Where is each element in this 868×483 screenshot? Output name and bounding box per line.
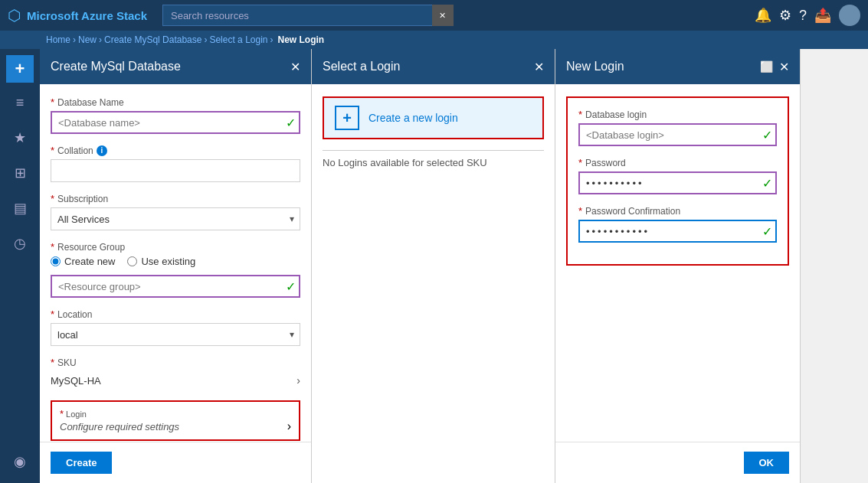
collation-group: * Collation i utf8_general_ci (51, 145, 300, 182)
panel1-header: Create MySql Database ✕ (40, 49, 311, 84)
collation-input[interactable]: utf8_general_ci (51, 159, 300, 182)
db-login-input[interactable] (578, 123, 777, 146)
sidebar-add-btn[interactable]: + (6, 55, 34, 83)
panel1-footer: Create (40, 442, 311, 483)
sidebar: + ≡ ★ ⊞ ▤ ◷ ◉ (0, 49, 40, 483)
sku-label: * SKU (51, 357, 300, 368)
create-mysql-panel: Create MySql Database ✕ * Database Name … (40, 49, 312, 483)
database-name-check-icon: ✓ (286, 116, 296, 130)
subscription-select-wrap: All Services ▾ (51, 207, 300, 230)
database-name-input-wrap: ✓ (51, 111, 300, 134)
create-new-login-text: Create a new login (368, 112, 458, 124)
sidebar-user-btn[interactable]: ◉ (5, 446, 35, 477)
create-new-login-option[interactable]: + Create a new login (323, 96, 544, 139)
database-name-input[interactable] (51, 111, 300, 134)
no-logins-text: No Logins available for selected SKU (323, 157, 544, 168)
rg-use-existing-label[interactable]: Use existing (127, 256, 195, 267)
panel2-title: Select a Login (323, 60, 400, 73)
create-btn[interactable]: Create (51, 452, 112, 474)
db-login-input-wrap: ✓ (578, 123, 777, 146)
panel3-expand-btn[interactable]: ⬜ (760, 60, 773, 73)
azure-logo-icon: ⬡ (8, 6, 21, 24)
login-nav-row[interactable]: Configure required settings › (60, 419, 291, 433)
main-area: + ≡ ★ ⊞ ▤ ◷ ◉ Create MySql Database ✕ * … (0, 49, 868, 483)
collation-info-icon[interactable]: i (97, 145, 107, 156)
collation-label: * Collation i (51, 145, 300, 156)
feedback-btn[interactable]: 📤 (814, 7, 831, 24)
search-bar: 🔍 ✕ (162, 5, 454, 26)
rg-use-existing-radio[interactable] (127, 256, 137, 266)
panel2-header: Select a Login ✕ (312, 49, 555, 84)
panel3-title: New Login (566, 60, 624, 73)
new-login-form-section: * Database login ✓ * Password (566, 96, 789, 266)
password-check-icon: ✓ (762, 176, 772, 191)
location-label: * Location (51, 308, 300, 320)
settings-btn[interactable]: ⚙ (779, 7, 791, 24)
rg-check-icon: ✓ (286, 279, 296, 294)
panels: Create MySql Database ✕ * Database Name … (40, 49, 868, 483)
sidebar-favorites-btn[interactable]: ★ (5, 122, 35, 153)
topbar-icons: 🔔 ⚙ ? 📤 (755, 5, 860, 26)
sku-chevron-icon: › (296, 374, 300, 387)
search-clear-btn[interactable]: ✕ (432, 5, 454, 26)
resource-group-group: * Resource Group Create new Use existing (51, 241, 300, 298)
breadcrumb-home[interactable]: Home (46, 34, 70, 45)
rg-create-new-label[interactable]: Create new (51, 256, 115, 267)
ok-btn[interactable]: OK (744, 452, 790, 474)
login-divider (323, 150, 544, 151)
select-login-panel: Select a Login ✕ + Create a new login No… (312, 49, 555, 483)
panel3-header: New Login ⬜ ✕ (555, 49, 800, 84)
password-confirm-label: * Password Confirmation (578, 205, 777, 217)
location-select-wrap: local ▾ (51, 323, 300, 346)
password-confirm-check-icon: ✓ (762, 224, 772, 239)
sku-nav-row[interactable]: MySQL-HA › (51, 371, 300, 390)
topbar: ⬡ Microsoft Azure Stack 🔍 ✕ 🔔 ⚙ ? 📤 (0, 0, 868, 31)
search-input[interactable] (162, 5, 454, 26)
breadcrumb: Home › New › Create MySql Database › Sel… (0, 31, 868, 49)
breadcrumb-new[interactable]: New (78, 34, 97, 45)
avatar[interactable] (839, 5, 860, 26)
help-btn[interactable]: ? (799, 8, 807, 24)
resource-group-radio-group: Create new Use existing (51, 256, 300, 267)
breadcrumb-create-mysql[interactable]: Create MySql Database (104, 34, 201, 45)
panel2-body: + Create a new login No Logins available… (312, 84, 555, 483)
notifications-btn[interactable]: 🔔 (755, 7, 771, 24)
sidebar-resources-btn[interactable]: ▤ (5, 193, 35, 224)
login-chevron-icon: › (287, 419, 291, 433)
password-confirm-input[interactable] (578, 220, 777, 243)
collation-input-wrap: utf8_general_ci (51, 159, 300, 182)
password-label: * Password (578, 157, 777, 168)
subscription-group: * Subscription All Services ▾ (51, 193, 300, 230)
panel1-body: * Database Name ✓ * Collation i (40, 84, 311, 442)
panel2-close-btn[interactable]: ✕ (534, 60, 544, 74)
password-confirm-input-wrap: ✓ (578, 220, 777, 243)
panel3-footer: OK (555, 442, 800, 483)
panel1-title: Create MySql Database (51, 60, 181, 73)
sidebar-menu-btn[interactable]: ≡ (5, 87, 35, 118)
create-login-plus-icon: + (335, 106, 359, 130)
sidebar-dashboard-btn[interactable]: ⊞ (5, 158, 35, 188)
location-select[interactable]: local (51, 323, 300, 346)
password-input-wrap: ✓ (578, 171, 777, 194)
db-login-group: * Database login ✓ (578, 109, 777, 146)
login-configure-text: Configure required settings (60, 421, 179, 432)
location-group: * Location local ▾ (51, 308, 300, 346)
breadcrumb-current: New Login (278, 34, 325, 45)
breadcrumb-select-login[interactable]: Select a Login (209, 34, 267, 45)
app-title: Microsoft Azure Stack (27, 9, 147, 22)
db-login-label: * Database login (578, 109, 777, 120)
sidebar-recent-btn[interactable]: ◷ (5, 228, 35, 259)
subscription-select[interactable]: All Services (51, 207, 300, 230)
database-name-group: * Database Name ✓ (51, 96, 300, 134)
new-login-panel: New Login ⬜ ✕ * Database login ✓ (555, 49, 801, 483)
login-group[interactable]: * Login Configure required settings › (51, 400, 300, 441)
sku-value: MySQL-HA (51, 375, 101, 387)
panel3-close-btn[interactable]: ✕ (779, 60, 789, 74)
password-group: * Password ✓ (578, 157, 777, 194)
subscription-label: * Subscription (51, 193, 300, 204)
password-input[interactable] (578, 171, 777, 194)
panel1-close-btn[interactable]: ✕ (290, 60, 300, 74)
rg-input[interactable] (51, 275, 300, 298)
rg-input-wrap: ✓ (51, 275, 300, 298)
rg-create-new-radio[interactable] (51, 256, 61, 266)
